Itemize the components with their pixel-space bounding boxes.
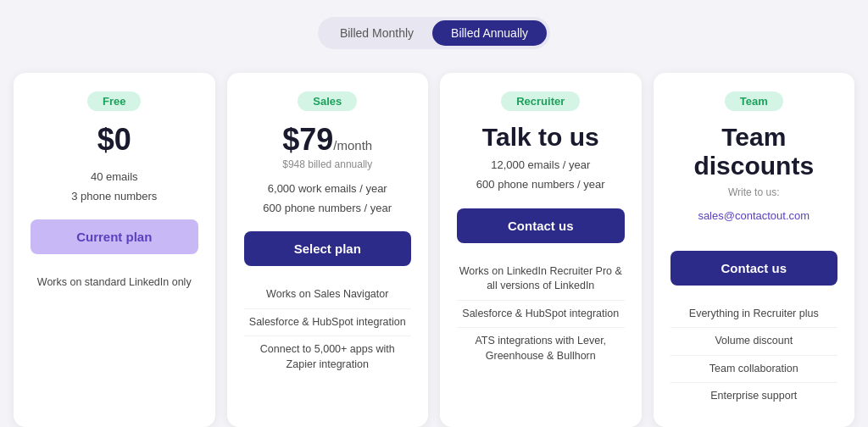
sales-email-link[interactable]: sales@contactout.com <box>698 206 810 225</box>
plan-feature-item: Salesforce & HubSpot integration <box>457 300 625 328</box>
plan-badge-recruiter: Recruiter <box>501 92 580 111</box>
plan-limits: 6,000 work emails / year 600 phone numbe… <box>263 179 392 219</box>
plan-feature-item: Works on standard LinkedIn only <box>31 269 198 297</box>
plan-badge-team: Team <box>725 92 783 111</box>
plan-features-team: Everything in Recruiter plusVolume disco… <box>670 301 838 410</box>
plan-button-team[interactable]: Contact us <box>670 251 838 286</box>
plan-feature-item: Works on Sales Navigator <box>244 281 412 308</box>
plan-card-free: Free $0 40 emails 3 phone numbers Curren… <box>14 73 215 427</box>
plan-button-recruiter[interactable]: Contact us <box>457 208 625 243</box>
plans-grid: Free $0 40 emails 3 phone numbers Curren… <box>14 73 854 427</box>
plan-button-free[interactable]: Current plan <box>31 219 198 254</box>
plan-card-sales: Sales $79/month $948 billed annually 6,0… <box>227 73 429 427</box>
billing-monthly-button[interactable]: Billed Monthly <box>321 20 432 46</box>
plan-limits: Write to us: sales@contactout.com <box>698 184 810 237</box>
plan-feature-item: Works on LinkedIn Recruiter Pro & all ve… <box>457 258 625 300</box>
plan-feature-item: ATS integrations with Lever, Greenhouse … <box>457 327 625 369</box>
plan-limit-line1: 12,000 emails / year <box>476 155 605 175</box>
plan-feature-item: Team collaboration <box>670 355 838 383</box>
plan-limit-line1: 40 emails <box>71 167 157 186</box>
plan-limit-line1: 6,000 work emails / year <box>263 179 392 198</box>
plan-card-team: Team Team discounts Write to us: sales@c… <box>654 73 855 427</box>
plan-price: $79/month <box>282 123 372 157</box>
plan-limit-line2: 600 phone numbers / year <box>476 175 605 194</box>
plan-feature-item: Connect to 5,000+ apps with Zapier integ… <box>244 336 412 378</box>
plan-feature-item: Volume discount <box>670 327 838 355</box>
plan-feature-item: Enterprise support <box>670 382 838 410</box>
plan-limits: 40 emails 3 phone numbers <box>71 167 157 207</box>
plan-feature-item: Everything in Recruiter plus <box>670 301 838 328</box>
plan-billed-note: $948 billed annually <box>282 158 372 170</box>
plan-features-free: Works on standard LinkedIn only <box>31 269 198 297</box>
plan-price-alt: Talk to us <box>482 123 599 152</box>
plan-features-sales: Works on Sales NavigatorSalesforce & Hub… <box>244 281 412 378</box>
plan-button-sales[interactable]: Select plan <box>244 231 412 266</box>
plan-price-alt: Team discounts <box>670 123 838 180</box>
plan-price: $0 <box>97 123 131 157</box>
billing-annually-button[interactable]: Billed Annually <box>432 20 547 46</box>
plan-badge-free: Free <box>87 92 141 111</box>
plan-feature-item: Salesforce & HubSpot integration <box>244 308 412 336</box>
plan-card-recruiter: Recruiter Talk to us 12,000 emails / yea… <box>440 73 642 427</box>
plan-features-recruiter: Works on LinkedIn Recruiter Pro & all ve… <box>457 258 625 370</box>
plan-limit-line2: 3 phone numbers <box>71 186 157 206</box>
plan-limits: 12,000 emails / year 600 phone numbers /… <box>476 155 605 195</box>
plan-limit-line2: 600 phone numbers / year <box>263 198 392 218</box>
write-to-label: Write to us: <box>698 184 810 202</box>
plan-badge-sales: Sales <box>298 92 357 111</box>
billing-toggle: Billed Monthly Billed Annually <box>318 17 550 49</box>
